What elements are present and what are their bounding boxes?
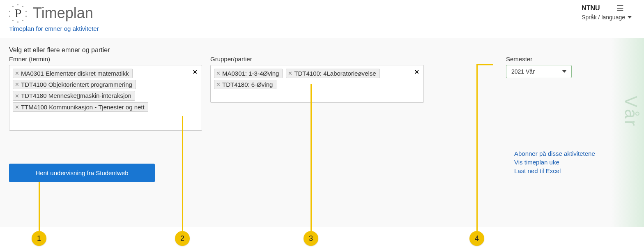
remove-tag-icon[interactable]: ✕ — [15, 93, 19, 99]
semester-label: Semester — [506, 55, 613, 62]
header-right: NTNU ☰ Språk / language — [582, 3, 636, 21]
app-title: Timeplan — [33, 5, 93, 22]
right-column: Semester 2021 Vår Abonner på disse aktiv… — [506, 55, 613, 182]
remove-tag-icon[interactable]: ✕ — [15, 81, 19, 88]
course-tag[interactable]: ✕ TDT4180 Menneske▯maskin-interaksjon — [13, 91, 135, 101]
download-excel-link[interactable]: Last ned til Excel — [514, 167, 613, 174]
remove-tag-icon[interactable]: ✕ — [15, 104, 19, 110]
remove-tag-icon[interactable]: ✕ — [15, 70, 19, 76]
annotation-line — [310, 84, 312, 232]
semester-value: 2021 Vår — [511, 68, 535, 75]
group-tag-label: TDT4180: 6-Øving — [222, 81, 273, 88]
annotation-line — [476, 64, 493, 65]
annotation-marker-2: 2 — [175, 231, 190, 246]
annotation-line — [182, 116, 183, 232]
action-links: Abonner på disse aktivitetene Vis timepl… — [514, 150, 613, 174]
caret-down-icon — [562, 70, 566, 73]
remove-tag-icon[interactable]: ✕ — [216, 81, 221, 88]
group-tag[interactable]: ✕ TDT4100: 4Laboratorieøvelse — [286, 69, 380, 78]
annotation-marker-3: 3 — [304, 231, 318, 246]
remove-tag-icon[interactable]: ✕ — [288, 70, 292, 76]
group-tag[interactable]: ✕ MA0301: 1-3-4Øving — [214, 69, 283, 78]
menu-icon[interactable]: ☰ — [616, 3, 624, 13]
language-label: Språk / language — [582, 14, 625, 21]
main-panel: Vår Velg ett eller flere emner og partie… — [0, 38, 644, 227]
show-week-link[interactable]: Vis timeplan uke — [514, 159, 613, 166]
course-tag[interactable]: ✕ MA0301 Elementær diskret matematikk — [13, 69, 133, 78]
annotation-marker-4: 4 — [469, 231, 484, 246]
courses-input[interactable]: ✕ ✕ MA0301 Elementær diskret matematikk … — [9, 65, 202, 131]
group-tag-label: TDT4100: 4Laboratorieøvelse — [294, 70, 376, 77]
course-tag-label: TDT4100 Objektorientert programmering — [21, 81, 132, 88]
course-tag-label: TTM4100 Kommunikasjon - Tjenester og net… — [21, 104, 145, 111]
clear-courses-icon[interactable]: ✕ — [193, 69, 198, 75]
logo-icon: P — [8, 3, 28, 23]
header: P Timeplan NTNU ☰ Språk / language — [0, 0, 644, 23]
course-tag[interactable]: ✕ TDT4100 Objektorientert programmering — [13, 80, 136, 89]
subheader-link[interactable]: Timeplan for emner og aktiviteter — [9, 25, 99, 32]
groups-label: Grupper/partier — [210, 55, 424, 62]
course-tag-label: TDT4180 Menneske▯maskin-interaksjon — [21, 92, 131, 99]
clear-groups-icon[interactable]: ✕ — [414, 69, 419, 75]
instructions-text: Velg ett eller flere emner og partier — [9, 46, 635, 54]
logo: P Timeplan — [8, 3, 93, 23]
courses-column: Emner (termin) ✕ ✕ MA0301 Elementær disk… — [9, 55, 202, 182]
fetch-studentweb-button[interactable]: Hent undervisning fra Studentweb — [9, 164, 155, 182]
org-label: NTNU — [582, 5, 600, 12]
semester-select[interactable]: 2021 Vår — [506, 65, 572, 78]
groups-column: Grupper/partier ✕ ✕ MA0301: 1-3-4Øving ✕… — [210, 55, 424, 182]
annotation-line — [476, 64, 478, 232]
annotation-line — [39, 182, 40, 231]
course-tag[interactable]: ✕ TTM4100 Kommunikasjon - Tjenester og n… — [13, 102, 148, 112]
annotation-marker-1: 1 — [32, 231, 46, 246]
remove-tag-icon[interactable]: ✕ — [216, 70, 221, 76]
courses-label: Emner (termin) — [9, 55, 202, 62]
caret-down-icon — [628, 16, 632, 18]
group-tag[interactable]: ✕ TDT4180: 6-Øving — [214, 80, 276, 89]
season-watermark: Vår — [621, 96, 641, 127]
language-dropdown[interactable]: Språk / language — [582, 14, 632, 21]
groups-input[interactable]: ✕ ✕ MA0301: 1-3-4Øving ✕ TDT4100: 4Labor… — [210, 65, 424, 103]
course-tag-label: MA0301 Elementær diskret matematikk — [21, 70, 129, 77]
subscribe-link[interactable]: Abonner på disse aktivitetene — [514, 150, 613, 157]
group-tag-label: MA0301: 1-3-4Øving — [222, 70, 279, 77]
